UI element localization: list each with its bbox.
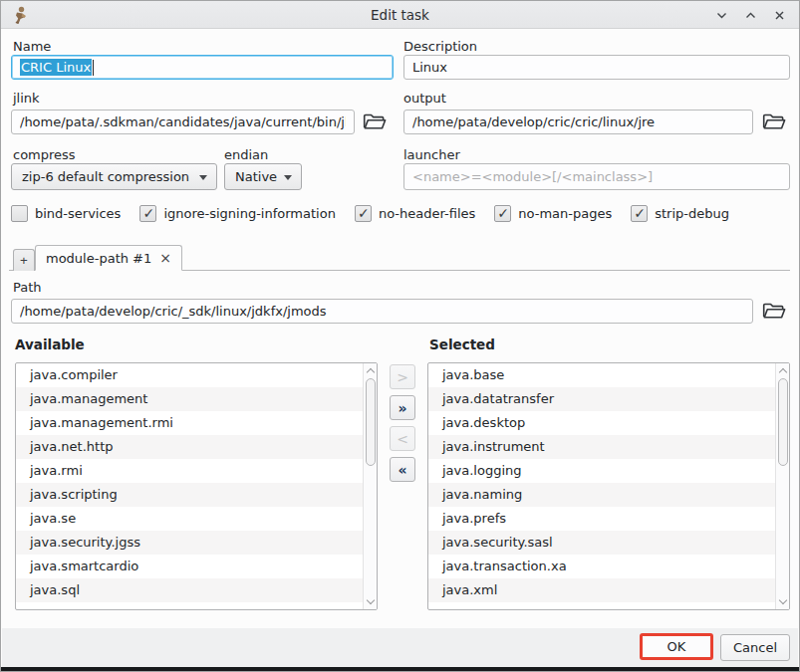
add-module-path-tab-button[interactable]: + <box>13 249 35 271</box>
selected-list-item[interactable]: java.security.sasl <box>428 531 775 555</box>
folder-open-icon <box>761 300 787 322</box>
tab-module-path-1[interactable]: module-path #1 × <box>35 245 182 271</box>
checkbox-box <box>139 205 156 222</box>
endian-label: endian <box>224 147 268 162</box>
option-checkbox[interactable]: ignore-signing-information <box>139 205 336 222</box>
output-input[interactable] <box>403 110 753 134</box>
launcher-label: launcher <box>403 147 460 162</box>
chevron-up-icon <box>744 9 757 22</box>
selected-list-item[interactable]: java.prefs <box>428 507 775 531</box>
scroll-up-icon[interactable] <box>366 368 374 376</box>
launcher-input[interactable] <box>403 163 790 190</box>
scrollbar-thumb[interactable] <box>778 378 788 466</box>
move-left-button[interactable]: < <box>390 426 415 451</box>
move-right-button[interactable]: > <box>390 364 415 389</box>
window-title: Edit task <box>1 7 799 23</box>
tab-close-icon[interactable]: × <box>159 251 171 265</box>
checkbox-label: no-man-pages <box>518 206 612 221</box>
compress-label: compress <box>13 147 76 162</box>
scroll-down-icon[interactable] <box>366 596 374 604</box>
available-list-item[interactable]: java.compiler <box>16 363 363 387</box>
minimize-button[interactable] <box>713 7 729 23</box>
available-list-item[interactable]: java.sql <box>16 578 363 602</box>
jlink-browse-button[interactable] <box>360 109 390 134</box>
cancel-button[interactable]: Cancel <box>720 634 790 661</box>
move-all-right-button[interactable]: » <box>390 395 415 420</box>
chevron-down-icon <box>715 9 728 22</box>
edit-task-dialog: Edit task Name CRIC Linux Description jl… <box>0 0 800 672</box>
checkbox-box <box>355 205 372 222</box>
description-input[interactable] <box>403 55 790 80</box>
description-label: Description <box>403 39 477 54</box>
tab-label: module-path #1 <box>46 251 151 266</box>
available-list-item[interactable]: java.security.jgss <box>16 531 363 555</box>
selected-text: CRIC Linux <box>20 59 92 76</box>
name-label: Name <box>13 39 51 54</box>
jlink-input[interactable] <box>11 110 355 134</box>
options-row: bind-services ignore-signing-information… <box>11 203 729 223</box>
available-list-item[interactable]: java.scripting <box>16 483 363 507</box>
available-list-item[interactable]: java.management <box>16 387 363 411</box>
checkbox-label: strip-debug <box>655 206 729 221</box>
scrollbar-thumb[interactable] <box>366 378 376 466</box>
selected-list-item[interactable]: java.datatransfer <box>428 387 775 411</box>
close-icon <box>773 9 786 22</box>
selected-list-item[interactable]: java.transaction.xa <box>428 555 775 578</box>
selected-header: Selected <box>429 336 495 352</box>
scroll-up-icon[interactable] <box>778 368 786 376</box>
selected-list-item[interactable]: java.logging <box>428 459 775 483</box>
available-list-item[interactable]: java.rmi <box>16 459 363 483</box>
chevron-down-icon <box>199 175 207 180</box>
selected-list-item[interactable]: java.instrument <box>428 435 775 459</box>
window-bottom-edge <box>1 667 799 671</box>
checkbox-label: bind-services <box>35 206 121 221</box>
folder-open-icon <box>362 111 388 132</box>
scroll-down-icon[interactable] <box>778 596 786 604</box>
checkbox-box <box>11 205 28 222</box>
selected-list-item[interactable]: java.desktop <box>428 411 775 435</box>
selected-list-item[interactable]: java.naming <box>428 483 775 507</box>
output-browse-button[interactable] <box>759 109 789 134</box>
available-list-item[interactable]: java.se <box>16 507 363 531</box>
window-controls <box>713 1 787 29</box>
move-all-left-button[interactable]: « <box>390 457 415 482</box>
path-label: Path <box>13 280 42 295</box>
option-checkbox[interactable]: strip-debug <box>631 205 729 222</box>
checkbox-box <box>494 205 511 222</box>
option-checkbox[interactable]: bind-services <box>11 205 121 222</box>
selected-list: java.basejava.datatransferjava.desktopja… <box>427 362 790 610</box>
text-caret <box>93 60 94 76</box>
close-button[interactable] <box>771 7 787 23</box>
transfer-buttons: >»<« <box>390 364 415 482</box>
path-browse-button[interactable] <box>759 298 789 324</box>
compress-value: zip-6 default compression <box>22 169 189 184</box>
name-input[interactable]: CRIC Linux <box>11 55 394 80</box>
option-checkbox[interactable]: no-header-files <box>355 205 475 222</box>
available-list-item[interactable]: java.net.http <box>16 435 363 459</box>
output-label: output <box>403 91 446 106</box>
maximize-button[interactable] <box>742 7 758 23</box>
footer-bar: OK Cancel <box>2 628 798 667</box>
checkbox-label: ignore-signing-information <box>163 206 336 221</box>
folder-open-icon <box>761 111 787 132</box>
available-header: Available <box>15 336 85 352</box>
ok-button[interactable]: OK <box>640 633 713 660</box>
jlink-label: jlink <box>13 91 40 106</box>
option-checkbox[interactable]: no-man-pages <box>494 205 612 222</box>
checkbox-label: no-header-files <box>379 206 475 221</box>
chevron-down-icon <box>284 175 292 180</box>
selected-scrollbar[interactable] <box>775 363 789 609</box>
available-list: java.compilerjava.managementjava.managem… <box>15 362 378 610</box>
endian-value: Native <box>235 169 277 184</box>
available-list-item[interactable]: java.management.rmi <box>16 411 363 435</box>
endian-dropdown[interactable]: Native <box>224 163 302 190</box>
selected-list-item[interactable]: java.base <box>428 363 775 387</box>
titlebar[interactable]: Edit task <box>1 1 799 29</box>
path-input[interactable] <box>11 299 753 324</box>
available-list-item[interactable]: java.smartcardio <box>16 555 363 578</box>
compress-dropdown[interactable]: zip-6 default compression <box>11 163 217 190</box>
available-scrollbar[interactable] <box>363 363 377 609</box>
selected-list-item[interactable]: java.xml <box>428 578 775 602</box>
checkbox-box <box>631 205 648 222</box>
